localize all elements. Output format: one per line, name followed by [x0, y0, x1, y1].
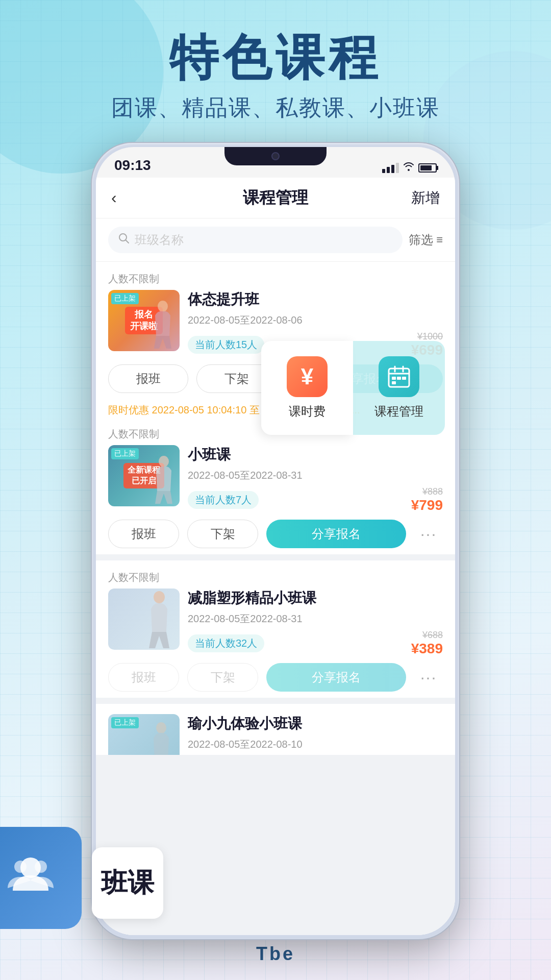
svg-line-1: [126, 240, 129, 243]
course-1-thumbnail: 已上架 报名开课啦: [108, 290, 180, 351]
course-3-actions: 报班 下架 分享报名 ···: [108, 663, 443, 692]
course-4-badge: 已上架: [111, 717, 139, 728]
float-card-management[interactable]: 课程管理: [353, 341, 445, 435]
nav-action-button[interactable]: 新增: [411, 188, 440, 208]
course-2-date: 2022-08-05至2022-08-31: [188, 469, 443, 482]
bottom-left-card: [0, 827, 82, 929]
hero-title: 特色课程: [0, 31, 551, 85]
svg-point-2: [158, 301, 168, 312]
course-3-thumbnail: [108, 589, 180, 650]
course-4-thumbnail: 已上架: [108, 714, 180, 755]
course-card-4: 已上架 瑜小九体验小班课 2022-08: [96, 704, 455, 755]
course-2-thumbnail: 已上架 全新课程已开启: [108, 445, 180, 506]
svg-point-3: [159, 456, 169, 467]
course-3-name: 减脂塑形精品小班课: [188, 589, 443, 608]
course-3-current-price: ¥389: [411, 641, 443, 657]
battery-fill: [420, 165, 432, 170]
course-card-3: 人数不限制: [96, 560, 455, 698]
back-button[interactable]: ‹: [111, 188, 137, 207]
nav-bar: ‹ 课程管理 新增: [96, 178, 455, 218]
course-2-btn-share[interactable]: 分享报名: [266, 520, 406, 548]
course-2-current-price: ¥799: [411, 497, 443, 513]
battery-icon: [418, 163, 437, 173]
course-1-btn-baobang[interactable]: 报班: [108, 364, 188, 393]
course-1-thumb-bg: 已上架 报名开课啦: [108, 290, 180, 351]
svg-point-4: [154, 591, 165, 603]
signal-bar-4: [396, 163, 399, 173]
svg-rect-10: [392, 377, 396, 380]
svg-point-15: [14, 861, 27, 873]
course-3-btn-baobang[interactable]: 报班: [108, 663, 179, 692]
filter-label: 筛选: [409, 232, 433, 248]
phone-frame: 09:13: [92, 143, 459, 939]
course-3-header: 减脂塑形精品小班课 2022-08-05至2022-08-31 当前人数32人 …: [108, 589, 443, 657]
fee-icon: ¥: [287, 356, 328, 397]
course-2-info: 小班课 2022-08-05至2022-08-31 当前人数7人 ¥888 ¥7…: [188, 445, 443, 513]
signal-bar-3: [391, 165, 394, 173]
phone-container: 09:13: [92, 143, 459, 939]
status-time: 09:13: [114, 157, 151, 174]
course-2-badge: 已上架: [111, 448, 139, 459]
search-placeholder: 班级名称: [135, 232, 184, 248]
course-3-thumb-bg: [108, 589, 180, 650]
course-3-no-limit: 人数不限制: [108, 571, 443, 584]
phone-notch: [224, 147, 327, 165]
course-3-meta: 当前人数32人 ¥688 ¥389: [188, 630, 443, 657]
fee-symbol: ¥: [301, 364, 313, 389]
nav-title: 课程管理: [243, 187, 308, 209]
course-2-original-price: ¥888: [411, 486, 443, 497]
course-4-thumb-bg: 已上架: [108, 714, 180, 755]
sort-icon: ≡: [436, 233, 443, 247]
course-3-price: ¥688 ¥389: [411, 630, 443, 657]
course-2-btn-more[interactable]: ···: [414, 520, 443, 548]
bottom-text: Tbe: [256, 943, 295, 965]
course-2-btn-baobang[interactable]: 报班: [108, 520, 179, 548]
course-3-btn-xiajia[interactable]: 下架: [187, 663, 258, 692]
course-2-thumb-bg: 已上架 全新课程已开启: [108, 445, 180, 506]
signal-bars: [382, 163, 399, 173]
course-2-count: 当前人数7人: [188, 491, 259, 509]
signal-bar-2: [387, 167, 390, 173]
search-box[interactable]: 班级名称: [108, 227, 403, 253]
course-1-name: 体态提升班: [188, 290, 443, 309]
bottom-label-banjiao: 班课: [92, 847, 163, 919]
app-content: ‹ 课程管理 新增 班级名称: [96, 178, 455, 935]
course-1-badge: 已上架: [111, 293, 139, 304]
course-2-btn-xiajia[interactable]: 下架: [187, 520, 258, 548]
course-2-header: 已上架 全新课程已开启 小班课: [108, 445, 443, 513]
float-overlay: ¥ 课时费: [261, 341, 455, 435]
course-card-2: 人数不限制 已上架 全新课程已开启: [96, 421, 455, 554]
course-2-meta: 当前人数7人 ¥888 ¥799: [188, 486, 443, 513]
course-3-info: 减脂塑形精品小班课 2022-08-05至2022-08-31 当前人数32人 …: [188, 589, 443, 657]
course-3-original-price: ¥688: [411, 630, 443, 641]
search-icon: [118, 233, 130, 247]
filter-button[interactable]: 筛选 ≡: [409, 232, 443, 248]
course-1-no-limit: 人数不限制: [108, 272, 443, 286]
svg-rect-12: [402, 377, 406, 380]
status-icons: [382, 162, 437, 174]
course-2-actions: 报班 下架 分享报名 ···: [108, 520, 443, 548]
wifi-icon: [403, 162, 414, 174]
fee-label: 课时费: [289, 403, 325, 420]
course-3-count: 当前人数32人: [188, 634, 264, 652]
hero-subtitle: 团课、精品课、私教课、小班课: [0, 93, 551, 123]
course-2-name: 小班课: [188, 445, 443, 464]
course-4-info: 瑜小九体验小班课 2022-08-05至2022-08-10: [188, 714, 443, 755]
hero-section: 特色课程 团课、精品课、私教课、小班课: [0, 31, 551, 123]
signal-bar-1: [382, 169, 385, 173]
course-3-btn-more[interactable]: ···: [414, 663, 443, 692]
float-card-fee[interactable]: ¥ 课时费: [261, 341, 353, 435]
management-icon: [379, 356, 419, 397]
management-label: 课程管理: [374, 403, 423, 420]
phone-inner: 09:13: [96, 147, 455, 935]
course-2-price: ¥888 ¥799: [411, 486, 443, 513]
course-4-date: 2022-08-05至2022-08-10: [188, 738, 443, 751]
course-3-date: 2022-08-05至2022-08-31: [188, 612, 443, 626]
svg-rect-11: [397, 377, 401, 380]
course-4-header: 已上架 瑜小九体验小班课 2022-08: [108, 714, 443, 755]
notch-camera: [271, 152, 280, 160]
svg-point-5: [156, 722, 166, 733]
course-1-original-price: ¥1000: [411, 331, 443, 342]
course-1-count: 当前人数15人: [188, 336, 264, 354]
course-3-btn-share[interactable]: 分享报名: [266, 663, 406, 692]
